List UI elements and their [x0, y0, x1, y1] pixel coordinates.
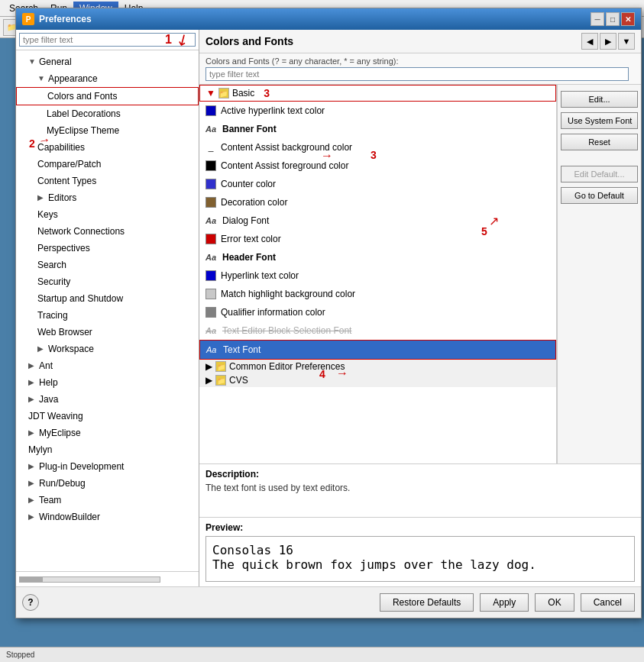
nav-forward-button[interactable]: ▶ [600, 33, 616, 50]
appearance-arrow: ▼ [37, 72, 45, 86]
edit-button[interactable]: Edit... [561, 91, 638, 108]
tree-item-mylyn[interactable]: Mylyn [16, 441, 199, 458]
dialog-titlebar: P Preferences 1 ─ □ ✕ [16, 8, 641, 30]
list-item-text-editor-block[interactable]: Aa Text Editor Block Selection Font [199, 321, 556, 340]
tree-item-keys[interactable]: Keys [16, 206, 199, 223]
tree-item-search[interactable]: Search [16, 257, 199, 273]
go-to-default-button[interactable]: Go to Default [561, 187, 638, 204]
ant-label: Ant [39, 359, 53, 373]
maximize-button[interactable]: □ [606, 12, 620, 26]
tree-item-startup[interactable]: Startup and Shutdow [16, 290, 199, 307]
list-item-text-font[interactable]: Aa Text Font [199, 340, 556, 360]
footer-right: Restore Defaults Apply OK Cancel [380, 593, 635, 612]
tree-item-windowbuilder[interactable]: ▶ WindowBuilder [16, 509, 199, 525]
tree-item-capabilities[interactable]: Capabilities [16, 139, 199, 156]
basic-label: Basic [232, 88, 254, 98]
tree-item-general[interactable]: ▼ General [16, 53, 199, 70]
capabilities-label: Capabilities [37, 140, 85, 154]
list-item-error[interactable]: Error text color [199, 230, 556, 248]
tree-item-workspace[interactable]: ▶ Workspace [16, 341, 199, 357]
tree-item-java[interactable]: ▶ Java [16, 391, 199, 408]
nav-scroll-thumb[interactable] [20, 577, 43, 582]
search-label: Search [37, 258, 66, 272]
tree-item-myeclipse[interactable]: ▶ MyEclipse [16, 425, 199, 441]
tree-item-content-types[interactable]: Content Types [16, 173, 199, 189]
preview-area: Consolas 16 The quick brown fox jumps ov… [205, 536, 635, 582]
category-basic[interactable]: ▼ 📁 Basic 3 [199, 85, 556, 102]
category-cvs[interactable]: ▶ 📁 CVS [199, 373, 556, 387]
tree-item-help[interactable]: ▶ Help [16, 374, 199, 391]
list-item-dialog-font[interactable]: Aa Dialog Font [199, 212, 556, 230]
run-debug-label: Run/Debug [39, 476, 86, 490]
list-item-content-assist-fg[interactable]: Content Assist foreground color [199, 157, 556, 175]
nav-dropdown-button[interactable]: ▼ [618, 33, 635, 50]
help-button[interactable]: ? [22, 594, 39, 611]
list-item-hyperlink[interactable]: Hyperlink text color [199, 266, 556, 285]
swatch-content-assist-fg [205, 160, 216, 171]
tree-item-editors[interactable]: ▶ Editors [16, 189, 199, 206]
tree-item-jdt-weaving[interactable]: JDT Weaving [16, 408, 199, 425]
list-item-banner-font[interactable]: Aa Banner Font [199, 120, 556, 138]
label-header-font: Header Font [222, 250, 276, 265]
minimize-button[interactable]: ─ [591, 12, 604, 26]
common-editor-folder-icon: 📁 [215, 361, 226, 372]
tree-item-appearance[interactable]: ▼ Appearance [16, 70, 199, 87]
tree-item-compare[interactable]: Compare/Patch [16, 156, 199, 173]
nav-filter [16, 30, 199, 50]
plugin-dev-label: Plug-in Development [39, 460, 124, 473]
edit-default-button[interactable]: Edit Default... [561, 166, 638, 182]
nav-filter-input[interactable] [19, 33, 196, 47]
tracing-label: Tracing [37, 308, 68, 322]
swatch-counter [205, 179, 216, 189]
tree-item-tracing[interactable]: Tracing [16, 307, 199, 324]
dialog-body: ▼ General ▼ Appearance Colors and Fonts [16, 30, 641, 586]
tree-item-plugin-dev[interactable]: ▶ Plug-in Development [16, 458, 199, 475]
nav-scroll-track[interactable] [19, 576, 160, 583]
tree-item-network[interactable]: Network Connections [16, 223, 199, 240]
restore-defaults-button[interactable]: Restore Defaults [380, 593, 474, 612]
close-button[interactable]: ✕ [621, 12, 635, 26]
apply-button[interactable]: Apply [480, 593, 529, 612]
aa-banner-font: Aa [205, 121, 218, 137]
tree-item-ant[interactable]: ▶ Ant [16, 357, 199, 374]
description-text: The text font is used by text editors. [205, 483, 635, 493]
tree-item-label-deco[interactable]: Label Decorations [16, 105, 199, 122]
list-item-content-assist-bg[interactable]: _ Content Assist background color [199, 138, 556, 157]
tree-item-myeclipse-theme[interactable]: MyEclipse Theme [16, 122, 199, 139]
tree-item-perspectives[interactable]: Perspectives [16, 240, 199, 257]
tree-item-security[interactable]: Security [16, 273, 199, 290]
nav-back-button[interactable]: ◀ [581, 33, 598, 50]
label-hyperlink: Hyperlink text color [221, 268, 299, 283]
label-decoration: Decoration color [221, 195, 287, 210]
action-buttons: Edit... Use System Font Reset Edit Defau… [557, 85, 641, 463]
cvs-expand-arrow: ▶ [205, 375, 212, 386]
general-label: General [39, 55, 72, 69]
ok-button[interactable]: OK [535, 593, 574, 612]
content-panel: Colors and Fonts ◀ ▶ ▼ Colors and Fonts … [199, 30, 641, 586]
nav-scrollbar [16, 571, 199, 586]
tree-item-colors-fonts[interactable]: Colors and Fonts [16, 87, 199, 105]
tree-item-run-debug[interactable]: ▶ Run/Debug [16, 475, 199, 492]
use-system-font-button[interactable]: Use System Font [561, 112, 638, 129]
label-error: Error text color [221, 231, 281, 247]
preview-line1: Consolas 16 [212, 543, 628, 557]
cancel-button[interactable]: Cancel [581, 593, 635, 612]
statusbar-text: Stopped [6, 651, 34, 659]
tree-item-team[interactable]: ▶ Team [16, 492, 199, 509]
list-item-counter[interactable]: Counter color [199, 175, 556, 193]
common-editor-expand-arrow: ▶ [205, 361, 212, 372]
statusbar: Stopped [0, 647, 644, 662]
annotation-3: 3 [264, 87, 270, 99]
list-item-header-font[interactable]: Aa Header Font [199, 248, 556, 266]
list-item-qualifier[interactable]: Qualifier information color [199, 303, 556, 321]
tree-item-web-browser[interactable]: Web Browser [16, 324, 199, 341]
dialog-controls: ─ □ ✕ [591, 12, 635, 26]
reset-button[interactable]: Reset [561, 134, 638, 150]
list-item-decoration[interactable]: Decoration color [199, 193, 556, 212]
list-item-active-hyperlink[interactable]: Active hyperlink text color [199, 102, 556, 120]
list-item-match-highlight[interactable]: Match highlight background color [199, 285, 556, 303]
filter-input[interactable] [205, 67, 629, 81]
underscore-content-assist-bg: _ [205, 142, 216, 153]
preview-panel: Preview: Consolas 16 The quick brown fox… [199, 517, 641, 586]
category-common-editor[interactable]: ▶ 📁 Common Editor Preferences [199, 360, 556, 373]
